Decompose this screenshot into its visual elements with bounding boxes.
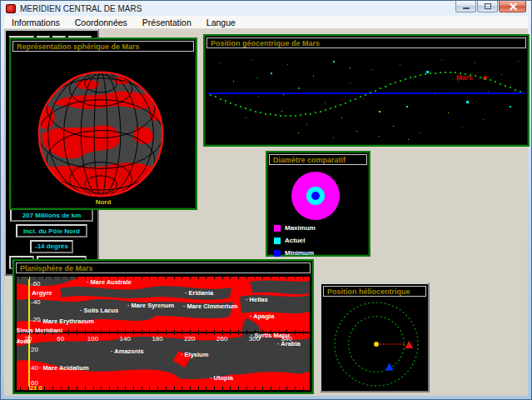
star	[220, 62, 221, 63]
minimize-button[interactable]	[455, 1, 476, 12]
ecliptic-dot	[375, 90, 376, 92]
star	[488, 91, 489, 92]
map-tick	[52, 387, 53, 390]
map-tick	[93, 387, 94, 390]
panel-geocentric-title: Position géocentrique de Mars	[206, 38, 526, 48]
ecliptic-dot	[270, 113, 271, 115]
map-tick	[149, 387, 150, 390]
map-tick	[133, 330, 134, 335]
map-tick	[271, 387, 271, 390]
ecliptic-dot	[315, 112, 316, 113]
map-tick	[286, 277, 287, 279]
map-tick	[181, 277, 182, 279]
map-feature-utopia: Utopia	[210, 374, 233, 382]
star	[287, 64, 288, 65]
ecliptic-dot	[250, 109, 251, 111]
star	[363, 98, 364, 99]
ecliptic-dot	[510, 87, 511, 88]
star	[333, 138, 334, 138]
client-area: Représentation sphérique de Mars	[4, 29, 528, 396]
map-tick	[68, 387, 69, 390]
ecliptic-dot	[220, 98, 221, 100]
map-tick	[37, 387, 37, 390]
map-tick	[214, 277, 215, 279]
menu-item-informations[interactable]: Informations	[4, 17, 67, 28]
map-tick	[174, 330, 175, 335]
ecliptic-dot	[365, 94, 366, 96]
map-tick	[68, 330, 69, 335]
ecliptic-dot	[450, 72, 451, 73]
ecliptic-dot	[345, 102, 346, 104]
map-feature-mare-acidalium: Mare Acidalium	[39, 364, 89, 372]
map-feature-eridania: Eridania	[185, 289, 213, 297]
map-tick	[20, 387, 21, 390]
map-tick	[303, 387, 304, 390]
ecliptic-dot	[385, 86, 386, 88]
map-tick	[85, 277, 86, 279]
longitude-label: 220	[182, 335, 197, 342]
map-tick	[279, 387, 280, 390]
map-tick	[230, 277, 231, 279]
map-tick	[255, 387, 256, 390]
map-tick	[222, 387, 223, 390]
longitude-label: 180	[150, 335, 165, 342]
menu-item-langue[interactable]: Langue	[199, 17, 243, 28]
map-feature-moab: Moab	[17, 338, 31, 345]
menu-item-presentation[interactable]: Présentation	[135, 17, 199, 28]
ecliptic-dot	[500, 83, 501, 85]
legend-swatch-minimum	[274, 250, 281, 257]
field-value-14-degres[interactable]: -14 degrés	[30, 240, 73, 253]
map-tick	[125, 387, 126, 390]
star	[518, 61, 519, 62]
map-tick	[166, 330, 167, 335]
map-tick	[295, 330, 296, 335]
star	[379, 136, 380, 137]
map-tick	[230, 330, 231, 335]
star	[258, 96, 259, 97]
star	[458, 81, 459, 82]
longitude-label: 140	[117, 335, 132, 342]
ecliptic-dot	[415, 76, 416, 78]
map-tick	[198, 387, 199, 390]
ecliptic-dot	[480, 77, 481, 78]
latitude-label: -40	[31, 298, 41, 306]
title-bar[interactable]: MERIDIEN CENTRAL DE MARS	[1, 1, 531, 16]
star	[333, 61, 335, 62]
star	[350, 82, 351, 83]
map-tick	[166, 277, 167, 279]
ecliptic-dot	[305, 113, 306, 115]
map-tick	[295, 387, 296, 390]
menu-item-coordonnees[interactable]: Coordonnées	[67, 17, 135, 28]
legend-item-actuel: Actuel	[274, 234, 316, 247]
ecliptic-dot	[275, 114, 276, 116]
orbit-drawing	[325, 301, 428, 389]
map-tick	[157, 387, 158, 390]
star	[313, 76, 314, 77]
map-tick	[77, 330, 77, 335]
app-window: MERIDIEN CENTRAL DE MARS InformationsCoo…	[0, 0, 532, 400]
star	[510, 106, 511, 108]
map-tick	[109, 330, 110, 335]
star	[466, 101, 469, 103]
diameter-min-circle	[311, 192, 320, 200]
ecliptic-dot	[485, 78, 486, 80]
maximize-icon	[485, 3, 491, 9]
field-value-207-millions-de-km[interactable]: 207 Millions de km	[10, 208, 93, 222]
panel-sphere: Représentation sphérique de Mars	[9, 38, 197, 210]
data-row: Incl. du Pôle Nord	[9, 224, 94, 238]
maximize-button[interactable]	[477, 1, 498, 12]
close-button[interactable]	[499, 1, 526, 12]
ecliptic-dot	[400, 80, 401, 82]
minimize-icon	[463, 8, 470, 9]
latitude-label: 60	[31, 379, 38, 387]
ecliptic-dot	[455, 72, 456, 73]
map-tick	[20, 277, 21, 279]
map-tick	[303, 330, 304, 335]
map-tick	[295, 277, 296, 279]
ecliptic-dot	[435, 72, 436, 74]
star	[448, 112, 449, 113]
star-chart: Mars	[208, 52, 525, 142]
mars-map: 23.0 2060100140180220260300340-60-40-202…	[17, 277, 310, 390]
ecliptic-dot	[470, 74, 471, 76]
map-tick	[286, 387, 287, 390]
